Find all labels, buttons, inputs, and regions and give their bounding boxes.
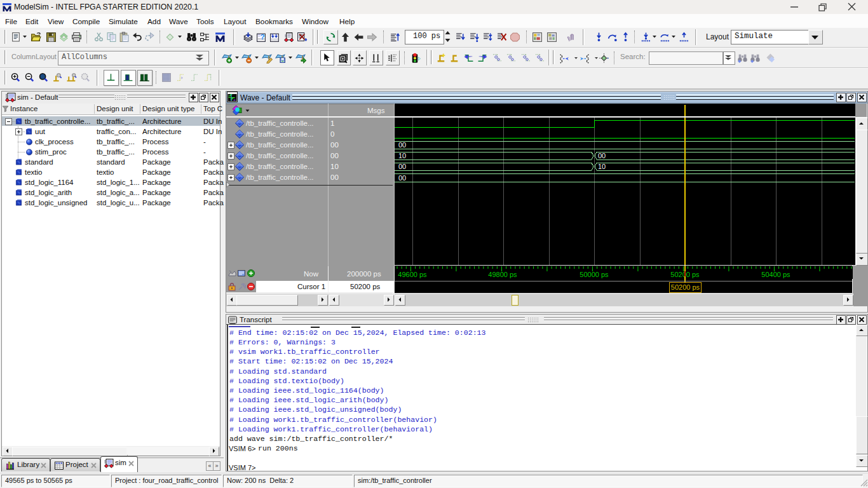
svg-text:00: 00 bbox=[598, 152, 606, 159]
svg-text:50400 ps: 50400 ps bbox=[761, 271, 790, 278]
svg-text:00: 00 bbox=[398, 141, 406, 149]
svg-text:49600 ps: 49600 ps bbox=[398, 271, 427, 278]
svg-text:10: 10 bbox=[598, 163, 606, 170]
svg-text:?: ? bbox=[260, 32, 264, 41]
svg-text:49800 ps: 49800 ps bbox=[488, 271, 517, 278]
svg-text:50000 ps: 50000 ps bbox=[580, 271, 609, 278]
svg-text:10: 10 bbox=[398, 152, 406, 159]
svg-text:00: 00 bbox=[398, 174, 406, 182]
svg-text:00: 00 bbox=[398, 163, 406, 170]
